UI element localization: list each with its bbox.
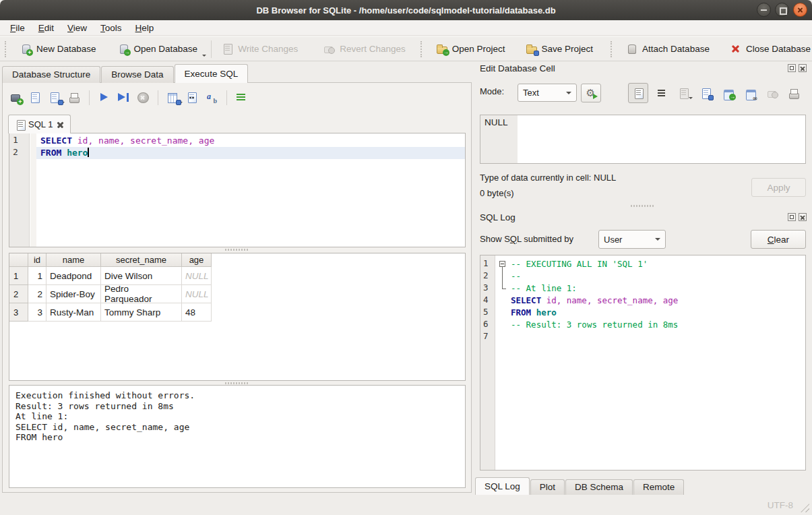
clear-button[interactable]: Clear bbox=[751, 230, 806, 249]
encoding-indicator[interactable]: UTF-8 bbox=[768, 500, 793, 510]
open-sql-tab-icon[interactable] bbox=[9, 92, 22, 104]
menu-edit[interactable]: Edit bbox=[32, 22, 61, 34]
text-mode-button[interactable] bbox=[628, 83, 648, 103]
maximize-button[interactable] bbox=[775, 3, 789, 17]
cell-secret-name[interactable]: Tommy Sharp bbox=[101, 303, 182, 322]
submitter-select[interactable]: User bbox=[598, 230, 666, 249]
close-database-button[interactable]: Close Database bbox=[724, 40, 812, 58]
revert-changes-button[interactable]: Revert Changes bbox=[318, 40, 411, 58]
cell-name[interactable]: Deadpond bbox=[46, 267, 101, 285]
fold-marker-icon[interactable] bbox=[499, 261, 505, 267]
menu-tools[interactable]: Tools bbox=[94, 22, 129, 34]
cell-name[interactable]: Rusty-Man bbox=[46, 303, 101, 322]
row-header[interactable]: 2 bbox=[9, 285, 28, 303]
cell-age[interactable]: NULL bbox=[182, 267, 212, 285]
save-results-icon[interactable] bbox=[166, 92, 179, 104]
menu-file[interactable]: File bbox=[3, 22, 32, 34]
table-row: 2 2 Spider-Boy Pedro Parqueador NULL bbox=[9, 285, 465, 303]
log-content: -- EXECUTING ALL IN 'SQL 1' -- -- At lin… bbox=[496, 255, 805, 470]
float-panel-icon[interactable] bbox=[788, 213, 796, 221]
close-database-label: Close Database bbox=[746, 44, 811, 54]
open-database-dropdown-caret[interactable] bbox=[202, 55, 206, 59]
sql-tab-close-icon[interactable] bbox=[57, 121, 64, 128]
close-panel-icon[interactable] bbox=[799, 213, 807, 221]
set-null-icon[interactable] bbox=[767, 88, 778, 99]
cell-size-info: 0 byte(s) bbox=[480, 188, 514, 198]
corner-header-cell[interactable] bbox=[9, 253, 28, 267]
float-panel-icon[interactable] bbox=[788, 64, 796, 72]
save-project-button[interactable]: Save Project bbox=[520, 40, 599, 58]
cell-id[interactable]: 2 bbox=[28, 285, 46, 303]
sql-1-tab[interactable]: SQL 1 bbox=[8, 115, 71, 133]
attach-database-button[interactable]: Attach Database bbox=[621, 40, 715, 58]
open-project-button[interactable]: → Open Project bbox=[431, 40, 511, 58]
mode-select[interactable]: Text bbox=[518, 84, 577, 102]
column-header-name[interactable]: name bbox=[46, 253, 101, 267]
message-line: FROM hero bbox=[15, 432, 459, 443]
tab-browse-data[interactable]: Browse Data bbox=[101, 66, 173, 83]
cell-secret-name[interactable]: Dive Wilson bbox=[101, 267, 182, 285]
column-header-secret-name[interactable]: secret_name bbox=[101, 253, 182, 267]
write-changes-button[interactable]: Write Changes bbox=[216, 40, 303, 58]
stop-icon[interactable] bbox=[137, 92, 150, 104]
row-header[interactable]: 3 bbox=[9, 303, 28, 322]
tab-sql-log[interactable]: SQL Log bbox=[475, 477, 530, 495]
new-database-button[interactable]: New Database bbox=[15, 40, 102, 58]
column-header-id[interactable]: id bbox=[28, 253, 46, 267]
sql-log-view[interactable]: 1 2 3 4 5 6 7 -- EXECUTING ALL IN 'SQL 1… bbox=[480, 255, 806, 471]
toolbar-grip[interactable] bbox=[420, 41, 423, 57]
open-database-label: Open Database bbox=[134, 44, 198, 54]
tab-remote[interactable]: Remote bbox=[633, 479, 684, 495]
find-replace-icon[interactable] bbox=[186, 92, 199, 104]
save-sql-file-icon[interactable] bbox=[49, 92, 61, 104]
editor-line-numbers: 1 2 bbox=[9, 133, 30, 247]
tab-db-schema[interactable]: DB Schema bbox=[565, 479, 633, 495]
column-header-age[interactable]: age bbox=[182, 253, 212, 267]
word-wrap-icon[interactable] bbox=[235, 92, 248, 104]
print-icon[interactable] bbox=[68, 92, 81, 104]
tab-database-structure[interactable]: Database Structure bbox=[2, 66, 100, 83]
cell-age[interactable]: 48 bbox=[182, 303, 212, 322]
save-cell-icon[interactable] bbox=[678, 88, 689, 99]
cell-age[interactable]: NULL bbox=[182, 285, 212, 303]
print-cell-icon[interactable] bbox=[788, 88, 799, 99]
close-panel-icon[interactable] bbox=[799, 64, 807, 72]
cell-name[interactable]: Spider-Boy bbox=[46, 285, 101, 303]
toolbar-grip[interactable] bbox=[5, 41, 7, 57]
open-database-button[interactable]: Open Database bbox=[113, 40, 204, 58]
tab-plot[interactable]: Plot bbox=[530, 479, 565, 495]
open-sql-file-icon[interactable] bbox=[29, 92, 42, 104]
open-external-icon[interactable] bbox=[745, 88, 756, 99]
splitter-handle[interactable] bbox=[631, 205, 655, 207]
sql-editor[interactable]: 1 2 SELECT id, name, secret_name, age FR… bbox=[9, 133, 466, 247]
close-button[interactable] bbox=[793, 3, 807, 17]
import-cell-icon[interactable] bbox=[700, 88, 712, 99]
titlebar[interactable]: DB Browser for SQLite - /home/user/code/… bbox=[0, 0, 812, 20]
execute-current-line-icon[interactable] bbox=[117, 92, 130, 104]
row-header[interactable]: 1 bbox=[9, 267, 28, 285]
code-line[interactable]: SELECT id, name, secret_name, age bbox=[36, 135, 465, 147]
splitter-handle[interactable] bbox=[225, 249, 249, 251]
db-browser-window: DB Browser for SQLite - /home/user/code/… bbox=[0, 0, 812, 515]
minimize-button[interactable] bbox=[757, 3, 771, 17]
cell-secret-name[interactable]: Pedro Parqueador bbox=[101, 285, 182, 303]
toolbar-grip[interactable] bbox=[611, 41, 613, 57]
dock-buttons bbox=[788, 213, 807, 221]
editor-code[interactable]: SELECT id, name, secret_name, age FROM h… bbox=[36, 133, 465, 159]
auto-format-icon[interactable] bbox=[206, 92, 218, 104]
splitter-handle[interactable] bbox=[225, 382, 249, 384]
menu-help[interactable]: Help bbox=[129, 22, 161, 34]
execution-message: Execution finished without errors. Resul… bbox=[9, 385, 466, 488]
export-cell-icon[interactable]: → bbox=[722, 88, 734, 99]
cell-value-editor[interactable]: NULL bbox=[480, 115, 806, 164]
cell-id[interactable]: 3 bbox=[28, 303, 46, 322]
word-wrap-icon[interactable] bbox=[656, 88, 668, 99]
menu-view[interactable]: View bbox=[61, 22, 94, 34]
auto-switch-mode-button[interactable] bbox=[581, 84, 601, 102]
cell-id[interactable]: 1 bbox=[28, 267, 46, 285]
tab-execute-sql[interactable]: Execute SQL bbox=[175, 64, 249, 83]
sql-log-filter-label: Show SQL submitted by bbox=[480, 234, 573, 244]
apply-button[interactable]: Apply bbox=[751, 178, 806, 197]
execute-all-icon[interactable] bbox=[98, 92, 111, 104]
code-line-current[interactable]: FROM hero bbox=[36, 147, 465, 159]
